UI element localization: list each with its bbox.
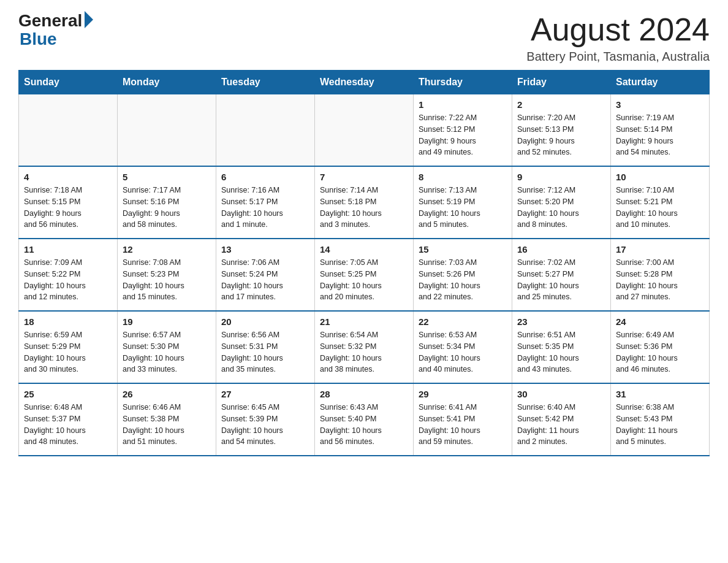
day-cell: 1Sunrise: 7:22 AMSunset: 5:12 PMDaylight… <box>414 94 512 167</box>
day-number: 4 <box>24 172 112 182</box>
day-number: 31 <box>616 389 704 399</box>
day-info: Sunrise: 7:16 AMSunset: 5:17 PMDaylight:… <box>221 185 309 231</box>
day-info: Sunrise: 7:12 AMSunset: 5:20 PMDaylight:… <box>517 185 605 231</box>
day-info: Sunrise: 7:18 AMSunset: 5:15 PMDaylight:… <box>24 185 112 231</box>
day-info: Sunrise: 7:20 AMSunset: 5:13 PMDaylight:… <box>517 112 605 158</box>
week-row-1: 1Sunrise: 7:22 AMSunset: 5:12 PMDaylight… <box>19 94 710 167</box>
day-number: 24 <box>616 316 704 327</box>
day-number: 5 <box>123 172 211 182</box>
day-cell: 17Sunrise: 7:00 AMSunset: 5:28 PMDayligh… <box>611 239 710 311</box>
day-cell: 8Sunrise: 7:13 AMSunset: 5:19 PMDaylight… <box>414 166 512 239</box>
day-number: 22 <box>419 316 507 327</box>
day-number: 7 <box>320 172 408 182</box>
day-cell: 19Sunrise: 6:57 AMSunset: 5:30 PMDayligh… <box>118 311 216 383</box>
day-cell: 6Sunrise: 7:16 AMSunset: 5:17 PMDaylight… <box>216 166 315 239</box>
day-info: Sunrise: 6:40 AMSunset: 5:42 PMDaylight:… <box>517 402 605 448</box>
day-number: 25 <box>24 389 112 399</box>
day-cell <box>216 94 315 167</box>
day-info: Sunrise: 6:51 AMSunset: 5:35 PMDaylight:… <box>517 329 605 375</box>
header-cell-sunday: Sunday <box>19 71 118 94</box>
day-info: Sunrise: 7:08 AMSunset: 5:23 PMDaylight:… <box>123 257 211 303</box>
day-info: Sunrise: 6:45 AMSunset: 5:39 PMDaylight:… <box>221 402 309 448</box>
day-number: 6 <box>221 172 309 182</box>
day-info: Sunrise: 6:59 AMSunset: 5:29 PMDaylight:… <box>24 329 112 375</box>
day-cell: 23Sunrise: 6:51 AMSunset: 5:35 PMDayligh… <box>512 311 611 383</box>
day-number: 29 <box>419 389 507 399</box>
day-number: 2 <box>517 99 605 110</box>
day-number: 10 <box>616 172 704 182</box>
day-cell: 26Sunrise: 6:46 AMSunset: 5:38 PMDayligh… <box>118 383 216 456</box>
day-number: 13 <box>221 244 309 255</box>
day-number: 9 <box>517 172 605 182</box>
day-info: Sunrise: 7:10 AMSunset: 5:21 PMDaylight:… <box>616 185 704 231</box>
day-info: Sunrise: 7:05 AMSunset: 5:25 PMDaylight:… <box>320 257 408 303</box>
logo-blue-text: Blue <box>20 29 57 49</box>
day-info: Sunrise: 6:53 AMSunset: 5:34 PMDaylight:… <box>419 329 507 375</box>
day-number: 21 <box>320 316 408 327</box>
day-cell <box>19 94 118 167</box>
header-cell-thursday: Thursday <box>414 71 512 94</box>
day-cell <box>118 94 216 167</box>
header-cell-saturday: Saturday <box>611 71 710 94</box>
week-row-2: 4Sunrise: 7:18 AMSunset: 5:15 PMDaylight… <box>19 166 710 239</box>
day-number: 17 <box>616 244 704 255</box>
day-number: 16 <box>517 244 605 255</box>
day-cell: 13Sunrise: 7:06 AMSunset: 5:24 PMDayligh… <box>216 239 315 311</box>
logo: General Blue <box>18 12 93 49</box>
header-cell-friday: Friday <box>512 71 611 94</box>
day-cell: 20Sunrise: 6:56 AMSunset: 5:31 PMDayligh… <box>216 311 315 383</box>
week-row-3: 11Sunrise: 7:09 AMSunset: 5:22 PMDayligh… <box>19 239 710 311</box>
day-number: 28 <box>320 389 408 399</box>
week-row-4: 18Sunrise: 6:59 AMSunset: 5:29 PMDayligh… <box>19 311 710 383</box>
day-cell: 11Sunrise: 7:09 AMSunset: 5:22 PMDayligh… <box>19 239 118 311</box>
day-number: 1 <box>419 99 507 110</box>
day-info: Sunrise: 6:43 AMSunset: 5:40 PMDaylight:… <box>320 402 408 448</box>
day-info: Sunrise: 6:57 AMSunset: 5:30 PMDaylight:… <box>123 329 211 375</box>
day-info: Sunrise: 6:38 AMSunset: 5:43 PMDaylight:… <box>616 402 704 448</box>
day-cell: 15Sunrise: 7:03 AMSunset: 5:26 PMDayligh… <box>414 239 512 311</box>
day-info: Sunrise: 6:41 AMSunset: 5:41 PMDaylight:… <box>419 402 507 448</box>
day-info: Sunrise: 7:17 AMSunset: 5:16 PMDaylight:… <box>123 185 211 231</box>
day-cell: 18Sunrise: 6:59 AMSunset: 5:29 PMDayligh… <box>19 311 118 383</box>
day-number: 20 <box>221 316 309 327</box>
day-info: Sunrise: 7:06 AMSunset: 5:24 PMDaylight:… <box>221 257 309 303</box>
day-cell: 21Sunrise: 6:54 AMSunset: 5:32 PMDayligh… <box>315 311 414 383</box>
calendar-body: 1Sunrise: 7:22 AMSunset: 5:12 PMDaylight… <box>19 94 710 456</box>
day-number: 11 <box>24 244 112 255</box>
day-cell: 28Sunrise: 6:43 AMSunset: 5:40 PMDayligh… <box>315 383 414 456</box>
header-cell-tuesday: Tuesday <box>216 71 315 94</box>
day-number: 14 <box>320 244 408 255</box>
day-info: Sunrise: 6:46 AMSunset: 5:38 PMDaylight:… <box>123 402 211 448</box>
day-number: 8 <box>419 172 507 182</box>
day-cell: 7Sunrise: 7:14 AMSunset: 5:18 PMDaylight… <box>315 166 414 239</box>
day-cell <box>315 94 414 167</box>
day-cell: 30Sunrise: 6:40 AMSunset: 5:42 PMDayligh… <box>512 383 611 456</box>
day-info: Sunrise: 7:22 AMSunset: 5:12 PMDaylight:… <box>419 112 507 158</box>
month-title: August 2024 <box>526 12 710 47</box>
day-info: Sunrise: 7:02 AMSunset: 5:27 PMDaylight:… <box>517 257 605 303</box>
day-cell: 25Sunrise: 6:48 AMSunset: 5:37 PMDayligh… <box>19 383 118 456</box>
day-info: Sunrise: 7:00 AMSunset: 5:28 PMDaylight:… <box>616 257 704 303</box>
week-row-5: 25Sunrise: 6:48 AMSunset: 5:37 PMDayligh… <box>19 383 710 456</box>
logo-arrow-icon <box>85 11 93 28</box>
day-number: 3 <box>616 99 704 110</box>
day-cell: 29Sunrise: 6:41 AMSunset: 5:41 PMDayligh… <box>414 383 512 456</box>
calendar-header: SundayMondayTuesdayWednesdayThursdayFrid… <box>19 71 710 94</box>
day-number: 19 <box>123 316 211 327</box>
page-header: General Blue August 2024 Battery Point, … <box>18 12 710 64</box>
day-cell: 3Sunrise: 7:19 AMSunset: 5:14 PMDaylight… <box>611 94 710 167</box>
day-cell: 10Sunrise: 7:10 AMSunset: 5:21 PMDayligh… <box>611 166 710 239</box>
day-cell: 22Sunrise: 6:53 AMSunset: 5:34 PMDayligh… <box>414 311 512 383</box>
day-cell: 2Sunrise: 7:20 AMSunset: 5:13 PMDaylight… <box>512 94 611 167</box>
calendar-table: SundayMondayTuesdayWednesdayThursdayFrid… <box>18 70 710 456</box>
day-cell: 14Sunrise: 7:05 AMSunset: 5:25 PMDayligh… <box>315 239 414 311</box>
logo-general-text: General <box>18 12 82 29</box>
day-cell: 31Sunrise: 6:38 AMSunset: 5:43 PMDayligh… <box>611 383 710 456</box>
day-number: 27 <box>221 389 309 399</box>
day-info: Sunrise: 7:13 AMSunset: 5:19 PMDaylight:… <box>419 185 507 231</box>
day-info: Sunrise: 7:19 AMSunset: 5:14 PMDaylight:… <box>616 112 704 158</box>
day-number: 12 <box>123 244 211 255</box>
day-cell: 16Sunrise: 7:02 AMSunset: 5:27 PMDayligh… <box>512 239 611 311</box>
day-number: 15 <box>419 244 507 255</box>
day-number: 18 <box>24 316 112 327</box>
